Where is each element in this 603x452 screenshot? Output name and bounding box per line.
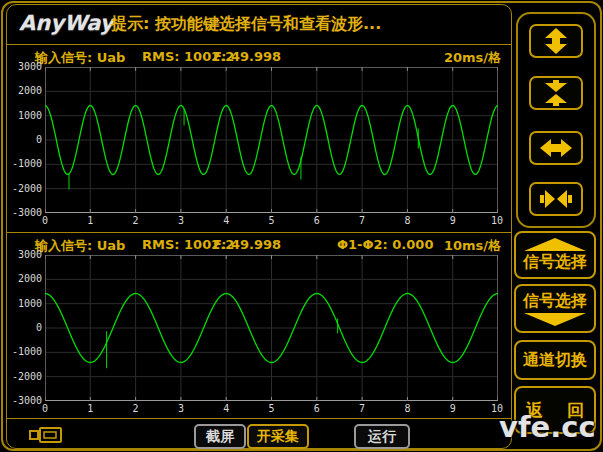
x-tick-label: 9 (450, 215, 456, 226)
y-tick-label: 0 (9, 134, 42, 145)
signal-select-up-label: 信号选择 (523, 252, 587, 273)
x-tick-label: 0 (42, 403, 48, 414)
y-tick-label: 2000 (9, 273, 42, 284)
main-display-area: AnyWay 提示: 按功能键选择信号和查看波形... 输入信号: Uab RM… (6, 4, 512, 449)
x-tick-label: 8 (404, 215, 410, 226)
y-tick-label: 2000 (9, 85, 42, 96)
waveform-chart (45, 255, 498, 401)
x-tick-label: 2 (133, 403, 139, 414)
x-tick-label: 10 (491, 215, 503, 226)
x-tick-label: 9 (450, 403, 456, 414)
bottom-toolbar: 截屏 开采集 运行 (7, 419, 511, 447)
y-tick-label: -1000 (9, 346, 42, 357)
triangle-up-icon (524, 238, 586, 251)
y-tick-label: 3000 (9, 61, 42, 72)
x-tick-label: 1 (87, 403, 93, 414)
channel-switch-label: 通道切换 (523, 350, 587, 371)
signal-label: 输入信号: Uab (35, 49, 125, 67)
usb-icon (29, 426, 63, 443)
y-tick-label: 1000 (9, 110, 42, 121)
run-button[interactable]: 运行 (354, 424, 410, 449)
expand-horizontal-icon (540, 137, 572, 159)
x-tick-label: 7 (359, 403, 365, 414)
compress-horizontal-icon (540, 188, 572, 210)
title-bar: AnyWay 提示: 按功能键选择信号和查看波形... (7, 5, 511, 44)
prompt-text: 提示: 按功能键选择信号和查看波形... (111, 14, 381, 35)
y-tick-label: 3000 (9, 249, 42, 260)
compress-vertical-icon (541, 80, 571, 106)
expand-horizontal-button[interactable] (529, 131, 583, 165)
x-tick-label: 3 (178, 403, 184, 414)
expand-vertical-icon (541, 28, 571, 54)
screenshot-button[interactable]: 截屏 (194, 424, 246, 449)
vfe-watermark: vfe.cc (499, 410, 596, 444)
compress-horizontal-button[interactable] (529, 182, 583, 216)
x-tick-label: 6 (314, 215, 320, 226)
signal-select-down-label: 信号选择 (523, 291, 587, 312)
y-tick-label: 1000 (9, 298, 42, 309)
timebase-label: 10ms/格 (444, 237, 501, 255)
y-tick-label: -2000 (9, 183, 42, 194)
expand-vertical-button[interactable] (529, 24, 583, 58)
device-screen: AnyWay 提示: 按功能键选择信号和查看波形... 输入信号: Uab RM… (0, 0, 603, 452)
x-tick-label: 5 (269, 403, 275, 414)
signal-select-up-button[interactable]: 信号选择 (514, 231, 596, 279)
waveform-panel-2: 输入信号: Uab RMS: 1002.2 F: 49.998 Φ1-Φ2: 0… (7, 233, 511, 418)
waveform-svg (45, 255, 498, 401)
compress-vertical-button[interactable] (529, 76, 583, 110)
anyway-logo: AnyWay (19, 11, 114, 35)
frequency-value: F: 49.998 (213, 237, 281, 252)
phase-value: Φ1-Φ2: 0.000 (337, 237, 433, 252)
channel-switch-button[interactable]: 通道切换 (514, 340, 596, 380)
x-tick-label: 7 (359, 215, 365, 226)
signal-select-down-button[interactable]: 信号选择 (514, 284, 596, 333)
y-tick-label: -1000 (9, 158, 42, 169)
waveform-panel-1: 输入信号: Uab RMS: 1002.2 F: 49.998 20ms/格 3… (7, 45, 511, 232)
y-tick-label: -3000 (9, 395, 42, 406)
x-tick-label: 2 (133, 215, 139, 226)
x-tick-label: 8 (404, 403, 410, 414)
sidebar: 信号选择 信号选择 通道切换 返 回 (513, 4, 599, 448)
x-tick-label: 4 (223, 215, 229, 226)
waveform-svg (45, 67, 498, 213)
timebase-label: 20ms/格 (444, 49, 501, 67)
waveform-chart (45, 67, 498, 213)
x-tick-label: 5 (269, 215, 275, 226)
x-tick-label: 0 (42, 215, 48, 226)
y-tick-label: -2000 (9, 371, 42, 382)
x-tick-label: 1 (87, 215, 93, 226)
x-tick-label: 4 (223, 403, 229, 414)
x-tick-label: 3 (178, 215, 184, 226)
y-tick-label: -3000 (9, 207, 42, 218)
y-tick-label: 0 (9, 322, 42, 333)
frequency-value: F: 49.998 (213, 49, 281, 64)
triangle-down-icon (524, 313, 586, 326)
signal-label: 输入信号: Uab (35, 237, 125, 255)
x-tick-label: 6 (314, 403, 320, 414)
start-acquisition-button[interactable]: 开采集 (247, 424, 309, 449)
